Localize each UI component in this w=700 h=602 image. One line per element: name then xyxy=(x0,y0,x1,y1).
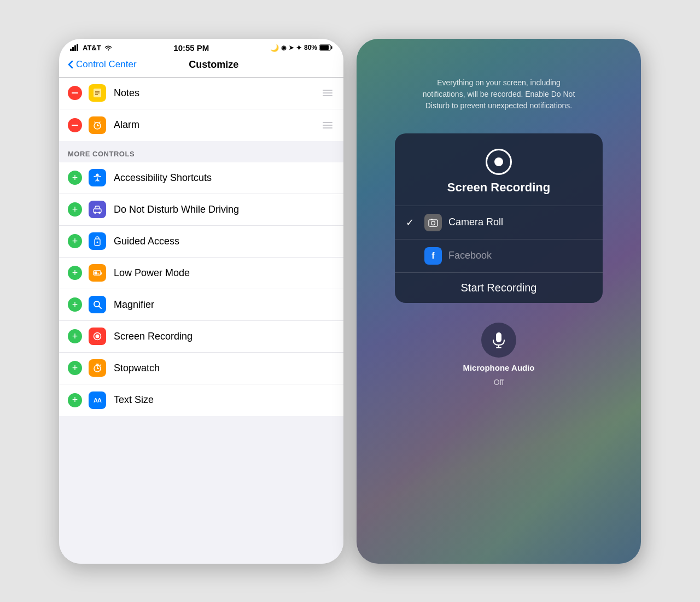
alarm-icon xyxy=(89,116,106,134)
arrow-icon: ➤ xyxy=(289,44,294,51)
record-dot xyxy=(494,157,503,166)
svg-rect-23 xyxy=(101,272,102,274)
add-magnifier-button[interactable] xyxy=(68,297,82,312)
status-right: 🌙 ◉ ➤ ✦ 80% xyxy=(270,44,332,52)
right-content: Everything on your screen, including not… xyxy=(357,39,641,419)
stopwatch-label: Stopwatch xyxy=(114,363,335,374)
back-button[interactable]: Control Center xyxy=(68,59,137,70)
included-section: Notes Alarm xyxy=(59,78,343,141)
facebook-label: Facebook xyxy=(448,250,492,261)
camera-roll-option[interactable]: ✓ Camera Roll xyxy=(395,206,603,239)
guided-access-label: Guided Access xyxy=(114,236,335,247)
bluetooth-icon: ✦ xyxy=(296,44,302,52)
text-size-label: Text Size xyxy=(114,394,335,406)
mic-status: Off xyxy=(494,378,504,387)
add-text-size-button[interactable] xyxy=(68,393,82,407)
list-item: Guided Access xyxy=(59,226,343,258)
dnd-driving-app-icon xyxy=(92,204,103,215)
microphone-button[interactable] xyxy=(481,323,516,358)
svg-point-29 xyxy=(96,335,100,338)
svg-point-18 xyxy=(94,212,96,214)
notes-label: Notes xyxy=(114,87,320,99)
screen-recording-label: Screen Recording xyxy=(114,331,335,342)
dnd-driving-label: Do Not Disturb While Driving xyxy=(114,204,335,215)
camera-roll-check: ✓ xyxy=(406,217,417,229)
battery-label: 80% xyxy=(304,44,317,51)
alarm-app-icon xyxy=(92,120,103,131)
magnifier-icon xyxy=(89,296,106,313)
list-item: Do Not Disturb While Driving xyxy=(59,194,343,226)
svg-point-21 xyxy=(97,242,98,243)
svg-rect-1 xyxy=(72,47,74,51)
status-time: 10:55 PM xyxy=(173,43,209,52)
battery-icon xyxy=(319,44,332,51)
remove-alarm-button[interactable] xyxy=(68,118,82,132)
carrier-label: AT&T xyxy=(83,44,101,52)
add-accessibility-button[interactable] xyxy=(68,171,82,185)
alarm-label: Alarm xyxy=(114,119,320,131)
svg-rect-2 xyxy=(74,45,76,51)
nav-bar: Control Center Customize xyxy=(59,55,343,78)
more-controls-section: Accessibility Shortcuts Do Not Disturb W… xyxy=(59,162,343,416)
camera-roll-label: Camera Roll xyxy=(448,217,503,228)
dnd-driving-icon xyxy=(89,201,106,218)
guided-access-app-icon xyxy=(92,236,103,247)
alarm-drag-handle[interactable] xyxy=(320,120,335,131)
svg-line-14 xyxy=(95,122,96,123)
list-item: Magnifier xyxy=(59,289,343,321)
mic-title: Microphone Audio xyxy=(463,363,534,372)
wifi-icon xyxy=(104,44,113,51)
add-stopwatch-button[interactable] xyxy=(68,361,82,375)
info-text: Everything on your screen, including not… xyxy=(417,77,581,112)
svg-line-27 xyxy=(99,306,101,308)
notes-drag-handle[interactable] xyxy=(320,87,335,98)
svg-point-19 xyxy=(98,212,101,214)
list-item: AA Text Size xyxy=(59,384,343,416)
accessibility-icon xyxy=(89,169,106,186)
microphone-icon xyxy=(491,331,506,349)
popup-title: Screen Recording xyxy=(447,180,550,195)
location-icon: ◉ xyxy=(281,44,287,51)
status-left: AT&T xyxy=(70,44,113,52)
svg-rect-36 xyxy=(429,220,438,226)
remove-notes-button[interactable] xyxy=(68,86,82,100)
svg-point-37 xyxy=(431,221,435,225)
list-item: Alarm xyxy=(59,109,343,141)
notes-app-icon xyxy=(92,87,103,98)
guided-access-icon xyxy=(89,232,106,250)
camera-roll-icon xyxy=(424,214,442,231)
back-label: Control Center xyxy=(76,59,137,70)
low-power-icon: + xyxy=(89,264,106,282)
svg-rect-39 xyxy=(496,332,501,342)
start-recording-label: Start Recording xyxy=(461,282,537,294)
add-dnd-driving-button[interactable] xyxy=(68,202,82,217)
record-icon xyxy=(486,149,512,175)
low-power-label: Low Power Mode xyxy=(114,267,335,279)
add-low-power-button[interactable] xyxy=(68,266,82,280)
svg-text:+: + xyxy=(97,272,99,275)
add-guided-access-button[interactable] xyxy=(68,234,82,248)
list-item: Screen Recording xyxy=(59,321,343,353)
camera-icon xyxy=(428,218,438,227)
more-controls-header: MORE CONTROLS xyxy=(59,141,343,162)
list-item: Stopwatch xyxy=(59,353,343,384)
magnifier-app-icon xyxy=(92,299,103,310)
left-panel: AT&T 10:55 PM 🌙 ◉ ➤ ✦ 80% xyxy=(59,39,343,564)
accessibility-label: Accessibility Shortcuts xyxy=(114,172,335,184)
mic-section: Microphone Audio Off xyxy=(463,323,534,387)
text-size-icon: AA xyxy=(89,391,106,409)
list-item: + Low Power Mode xyxy=(59,258,343,289)
screen-recording-app-icon xyxy=(92,331,103,342)
svg-rect-0 xyxy=(70,49,72,51)
signal-icon xyxy=(70,44,80,51)
nav-title: Customize xyxy=(137,59,291,71)
facebook-icon: f xyxy=(424,247,442,265)
svg-rect-38 xyxy=(431,219,433,220)
right-panel: Everything on your screen, including not… xyxy=(357,39,641,564)
add-screen-recording-button[interactable] xyxy=(68,329,82,343)
low-power-app-icon: + xyxy=(92,267,103,278)
start-recording-button[interactable]: Start Recording xyxy=(395,272,603,303)
list-item: Accessibility Shortcuts xyxy=(59,162,343,194)
screen-recording-icon xyxy=(89,328,106,345)
facebook-option[interactable]: ✓ f Facebook xyxy=(395,239,603,272)
